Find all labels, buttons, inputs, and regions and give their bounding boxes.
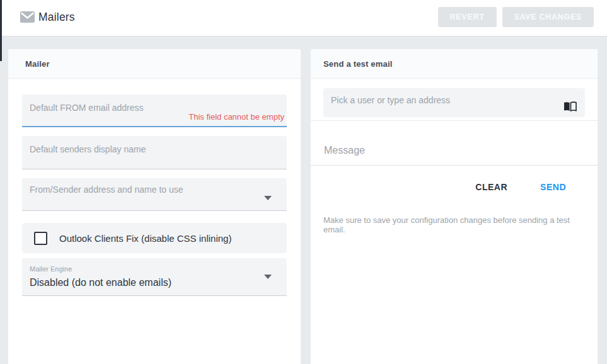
test-email-card-title: Send a test email	[311, 59, 393, 69]
mailer-engine-label: Mailer Engine	[30, 265, 72, 273]
revert-button[interactable]: REVERT	[438, 7, 497, 27]
send-button[interactable]: SEND	[531, 178, 575, 196]
mailer-card-body: This field cannot be empty From/Sender a…	[8, 94, 301, 296]
chevron-down-icon	[264, 196, 272, 200]
address-field	[323, 88, 585, 117]
outlook-fix-label: Outlook Clients Fix (disable CSS inlinin…	[59, 233, 231, 244]
from-sender-select-placeholder: From/Sender address and name to use	[30, 185, 183, 195]
test-email-card: Send a test email Message CLEAR SEND Mak…	[311, 49, 598, 364]
outlook-fix-checkbox-row[interactable]: Outlook Clients Fix (disable CSS inlinin…	[22, 223, 287, 253]
field-error-message: This field cannot be empty	[188, 112, 284, 122]
topbar-actions: REVERT SAVE CHANGES	[438, 7, 594, 27]
from-sender-select[interactable]: From/Sender address and name to use	[22, 178, 287, 211]
address-section	[311, 79, 598, 121]
display-name-input[interactable]	[22, 136, 287, 161]
address-book-icon[interactable]	[564, 101, 577, 112]
address-input[interactable]	[323, 88, 585, 110]
page-title: Mailers	[38, 11, 75, 24]
test-email-card-header: Send a test email	[311, 49, 598, 79]
mailer-engine-select[interactable]: Mailer Engine Disabled (do not enable em…	[22, 258, 287, 296]
sidebar-edge	[0, 0, 2, 61]
mailer-card-title: Mailer	[8, 59, 50, 69]
mail-icon	[20, 11, 35, 23]
clear-button[interactable]: CLEAR	[466, 178, 516, 196]
save-config-note: Make sure to save your configuration cha…	[323, 215, 585, 234]
chevron-down-icon	[264, 275, 272, 279]
test-email-actions: CLEAR SEND	[311, 166, 598, 196]
message-placeholder: Message	[324, 145, 365, 156]
display-name-field	[22, 136, 287, 169]
save-changes-button[interactable]: SAVE CHANGES	[502, 7, 594, 27]
topbar: Mailers REVERT SAVE CHANGES	[0, 0, 607, 37]
mailer-card-header: Mailer	[8, 49, 301, 79]
mailer-engine-value: Disabled (do not enable emails)	[30, 277, 171, 288]
default-from-field: This field cannot be empty	[22, 94, 287, 127]
mailer-settings-card: Mailer This field cannot be empty From/S…	[8, 49, 301, 364]
outlook-fix-checkbox[interactable]	[34, 232, 47, 245]
message-field[interactable]: Message	[311, 121, 598, 166]
